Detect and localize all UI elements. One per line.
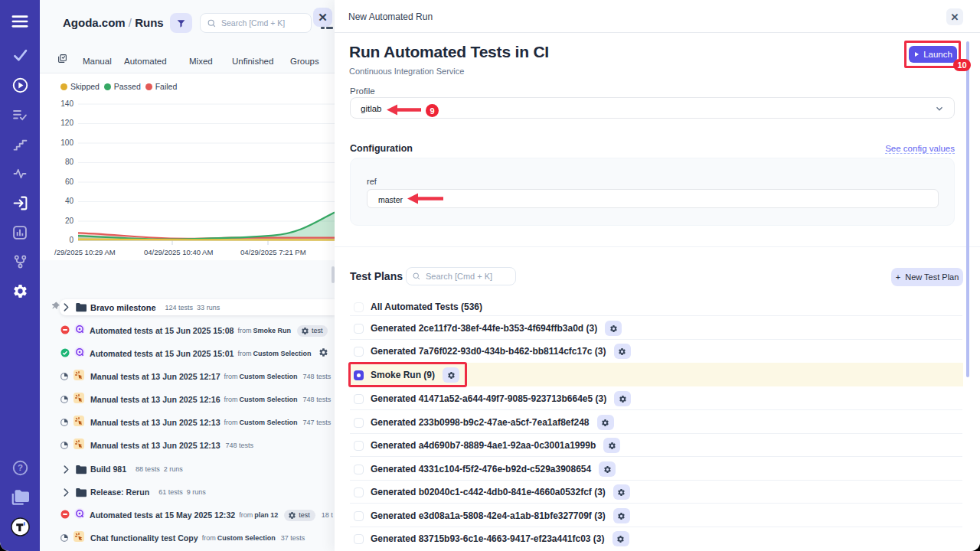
svg-text:?: ? — [18, 463, 23, 472]
